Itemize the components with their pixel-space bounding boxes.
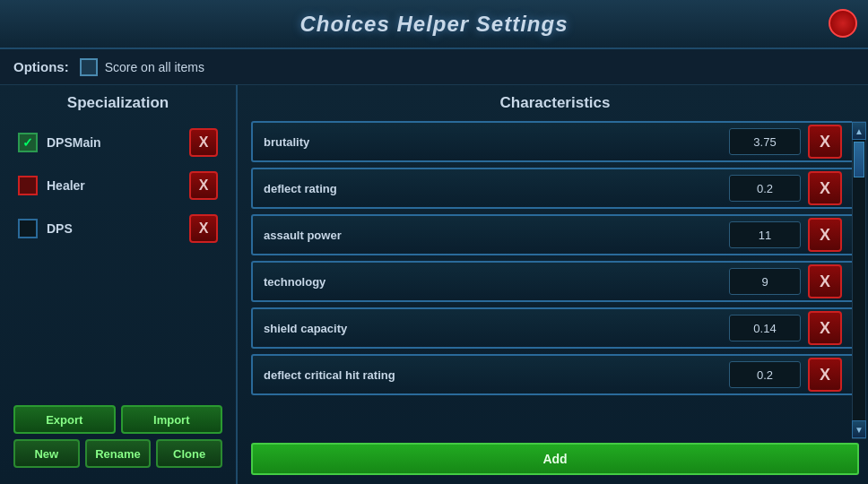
close-button[interactable] bbox=[829, 9, 857, 38]
score-all-checkbox-box[interactable] bbox=[80, 58, 98, 76]
char-value-technology[interactable]: 9 bbox=[729, 268, 801, 295]
char-remove-shield-capacity[interactable]: X bbox=[808, 311, 842, 345]
page-title: Choices Helper Settings bbox=[299, 12, 568, 37]
title-bar: Choices Helper Settings bbox=[0, 0, 868, 49]
char-name-shield-capacity: shield capacity bbox=[264, 322, 722, 335]
spec-name-dpsmain: DPSMain bbox=[47, 135, 101, 150]
char-value-deflect-rating[interactable]: 0.2 bbox=[729, 175, 801, 202]
new-rename-clone-row: New Rename Clone bbox=[13, 439, 222, 468]
scroll-thumb[interactable] bbox=[854, 142, 864, 177]
char-row-deflect-crit: deflect critical hit rating 0.2 X bbox=[251, 354, 855, 395]
score-all-items-label: Score on all items bbox=[105, 60, 204, 74]
specialization-list: DPSMain X Healer X DPS bbox=[9, 123, 227, 398]
score-all-items-checkbox[interactable]: Score on all items bbox=[80, 58, 204, 76]
export-import-row: Export Import bbox=[13, 405, 222, 434]
char-remove-brutality[interactable]: X bbox=[808, 125, 842, 159]
app-background: Choices Helper Settings Options: Score o… bbox=[0, 0, 868, 484]
char-row-brutality: brutality 3.75 X bbox=[251, 121, 855, 162]
spec-item-dps: DPS X bbox=[9, 209, 227, 248]
char-value-shield-capacity[interactable]: 0.14 bbox=[729, 315, 801, 341]
specialization-title: Specialization bbox=[9, 94, 227, 112]
char-value-deflect-crit[interactable]: 0.2 bbox=[729, 361, 801, 388]
spec-name-dps: DPS bbox=[47, 221, 73, 236]
spec-checkbox-healer[interactable] bbox=[18, 176, 38, 195]
spec-checkbox-dpsmain[interactable] bbox=[18, 133, 38, 152]
characteristics-list: brutality 3.75 X deflect rating 0.2 X as… bbox=[251, 121, 859, 437]
options-label: Options: bbox=[13, 59, 69, 74]
char-remove-deflect-crit[interactable]: X bbox=[808, 358, 842, 392]
right-scrollbar: ▲ ▼ bbox=[852, 121, 866, 439]
options-row: Options: Score on all items bbox=[0, 49, 868, 85]
char-remove-technology[interactable]: X bbox=[808, 264, 842, 298]
char-remove-deflect-rating[interactable]: X bbox=[808, 171, 842, 205]
rename-button[interactable]: Rename bbox=[85, 439, 152, 468]
char-name-assault-power: assault power bbox=[264, 229, 722, 242]
char-name-brutality: brutality bbox=[264, 135, 722, 149]
char-value-assault-power[interactable]: 11 bbox=[729, 221, 801, 248]
clone-button[interactable]: Clone bbox=[156, 439, 222, 468]
char-row-deflect-rating: deflect rating 0.2 X bbox=[251, 168, 855, 209]
right-panel: Characteristics brutality 3.75 X deflect… bbox=[238, 85, 868, 484]
spec-name-healer: Healer bbox=[47, 178, 85, 193]
spec-checkbox-dps[interactable] bbox=[18, 219, 38, 238]
main-content: Specialization DPSMain X Healer bbox=[0, 85, 868, 484]
scroll-up-button[interactable]: ▲ bbox=[852, 122, 866, 140]
left-panel: Specialization DPSMain X Healer bbox=[0, 85, 238, 484]
spec-remove-dpsmain[interactable]: X bbox=[189, 128, 218, 157]
char-row-technology: technology 9 X bbox=[251, 261, 855, 302]
scroll-down-button[interactable]: ▼ bbox=[852, 420, 866, 438]
char-remove-assault-power[interactable]: X bbox=[808, 218, 842, 252]
char-row-shield-capacity: shield capacity 0.14 X bbox=[251, 307, 855, 349]
char-name-deflect-rating: deflect rating bbox=[264, 182, 722, 195]
spec-left-dps: DPS bbox=[18, 219, 73, 238]
char-row-assault-power: assault power 11 X bbox=[251, 214, 855, 255]
new-button[interactable]: New bbox=[13, 439, 80, 468]
char-name-technology: technology bbox=[264, 275, 722, 289]
spec-remove-dps[interactable]: X bbox=[189, 214, 218, 243]
export-button[interactable]: Export bbox=[13, 405, 116, 434]
spec-left-healer: Healer bbox=[18, 176, 85, 195]
char-name-deflect-crit: deflect critical hit rating bbox=[264, 368, 722, 382]
add-characteristic-button[interactable]: Add bbox=[251, 443, 859, 475]
spec-item-healer: Healer X bbox=[9, 166, 227, 205]
import-button[interactable]: Import bbox=[121, 405, 223, 434]
char-value-brutality[interactable]: 3.75 bbox=[729, 128, 801, 155]
characteristics-title: Characteristics bbox=[251, 94, 859, 112]
spec-left-dpsmain: DPSMain bbox=[18, 133, 101, 152]
spec-item-dpsmain: DPSMain X bbox=[9, 123, 227, 162]
spec-remove-healer[interactable]: X bbox=[189, 171, 218, 200]
bottom-buttons: Export Import New Rename Clone bbox=[9, 398, 227, 475]
